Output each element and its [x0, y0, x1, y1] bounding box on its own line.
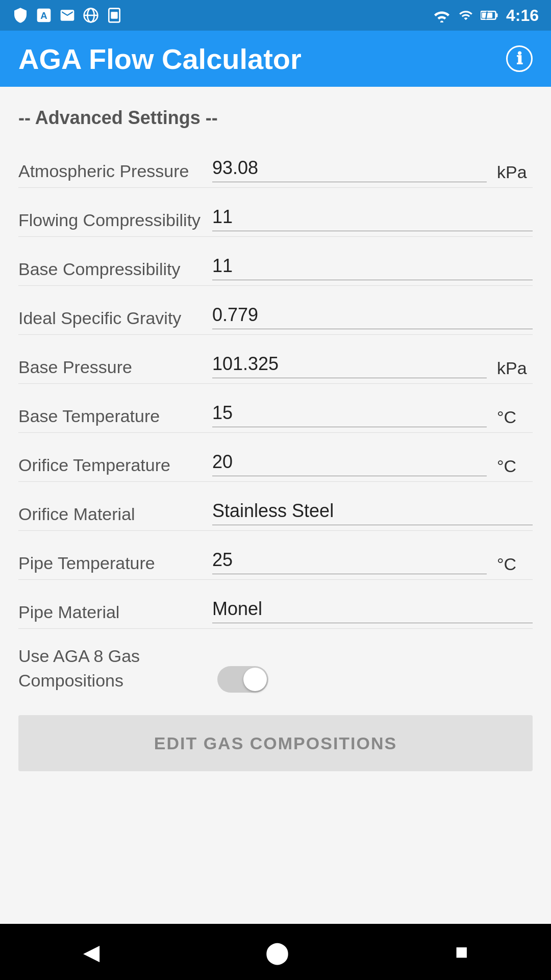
svg-rect-8 [496, 13, 498, 17]
pipe-temperature-label: Pipe Temperature [18, 552, 212, 574]
app-title: AGA Flow Calculator [18, 42, 302, 76]
atmospheric-pressure-unit: kPa [497, 162, 533, 182]
content-area: -- Advanced Settings -- Atmospheric Pres… [0, 87, 551, 924]
base-compressibility-label: Base Compressibility [18, 258, 212, 280]
recent-apps-button[interactable]: ■ [455, 940, 468, 964]
atmospheric-pressure-input-group: kPa [212, 154, 533, 182]
atmospheric-pressure-input[interactable] [212, 154, 487, 182]
status-icons-left: A [12, 7, 122, 23]
wifi-icon [433, 8, 451, 22]
home-button[interactable]: ⬤ [265, 940, 289, 965]
base-pressure-row: Base Pressure kPa [18, 340, 533, 384]
ideal-specific-gravity-label: Ideal Specific Gravity [18, 307, 212, 329]
ideal-specific-gravity-input[interactable] [212, 301, 533, 329]
atmospheric-pressure-label: Atmospheric Pressure [18, 160, 212, 182]
pipe-material-label: Pipe Material [18, 601, 212, 623]
orifice-temperature-unit: °C [497, 456, 533, 476]
base-pressure-input-group: kPa [212, 350, 533, 378]
pipe-temperature-unit: °C [497, 554, 533, 574]
info-button[interactable]: ℹ [506, 45, 533, 72]
base-temperature-input[interactable] [212, 399, 487, 427]
edit-gas-compositions-button[interactable]: EDIT GAS COMPOSITIONS [18, 715, 533, 771]
base-pressure-label: Base Pressure [18, 356, 212, 378]
base-temperature-label: Base Temperature [18, 405, 212, 427]
orifice-material-label: Orifice Material [18, 503, 212, 525]
battery-icon [481, 8, 499, 22]
orifice-temperature-label: Orifice Temperature [18, 454, 212, 476]
base-compressibility-input[interactable] [212, 252, 533, 280]
ideal-specific-gravity-row: Ideal Specific Gravity [18, 291, 533, 335]
mail-icon [59, 7, 76, 23]
svg-rect-6 [111, 12, 117, 18]
a-icon: A [36, 7, 52, 23]
section-header: -- Advanced Settings -- [18, 107, 533, 129]
aga8-toggle-row: Use AGA 8 Gas Compositions [18, 634, 533, 698]
base-temperature-input-group: °C [212, 399, 533, 427]
flowing-compressibility-row: Flowing Compressibility [18, 193, 533, 237]
svg-text:A: A [40, 10, 47, 21]
bottom-nav: ◀ ⬤ ■ [0, 924, 551, 980]
shield-icon [12, 7, 29, 23]
base-temperature-unit: °C [497, 407, 533, 427]
pipe-material-input[interactable] [212, 595, 533, 623]
orifice-temperature-row: Orifice Temperature °C [18, 438, 533, 482]
atmospheric-pressure-row: Atmospheric Pressure kPa [18, 144, 533, 188]
flowing-compressibility-label: Flowing Compressibility [18, 209, 212, 231]
orifice-temperature-input-group: °C [212, 448, 533, 476]
flowing-compressibility-input-group [212, 203, 533, 231]
pipe-material-input-group [212, 595, 533, 623]
status-icons-right: 4:16 [433, 6, 539, 25]
pipe-material-row: Pipe Material [18, 585, 533, 629]
orifice-material-row: Orifice Material [18, 487, 533, 531]
pipe-temperature-row: Pipe Temperature °C [18, 536, 533, 580]
orifice-material-input[interactable] [212, 497, 533, 525]
base-pressure-unit: kPa [497, 358, 533, 378]
globe-icon [83, 7, 99, 23]
base-pressure-input[interactable] [212, 350, 487, 378]
aga8-toggle-label: Use AGA 8 Gas Compositions [18, 644, 212, 693]
sim-icon [106, 7, 122, 23]
ideal-specific-gravity-input-group [212, 301, 533, 329]
status-time: 4:16 [506, 6, 539, 25]
pipe-temperature-input[interactable] [212, 546, 487, 574]
back-button[interactable]: ◀ [83, 940, 99, 965]
base-compressibility-input-group [212, 252, 533, 280]
pipe-temperature-input-group: °C [212, 546, 533, 574]
aga8-toggle-switch[interactable] [217, 666, 268, 693]
aga8-toggle-knob [243, 668, 267, 691]
flowing-compressibility-input[interactable] [212, 203, 533, 231]
base-temperature-row: Base Temperature °C [18, 389, 533, 433]
app-bar: AGA Flow Calculator ℹ [0, 31, 551, 87]
svg-line-10 [486, 11, 487, 19]
orifice-temperature-input[interactable] [212, 448, 487, 476]
status-bar: A 4:16 [0, 0, 551, 31]
base-compressibility-row: Base Compressibility [18, 242, 533, 286]
orifice-material-input-group [212, 497, 533, 525]
signal-icon [458, 8, 473, 22]
